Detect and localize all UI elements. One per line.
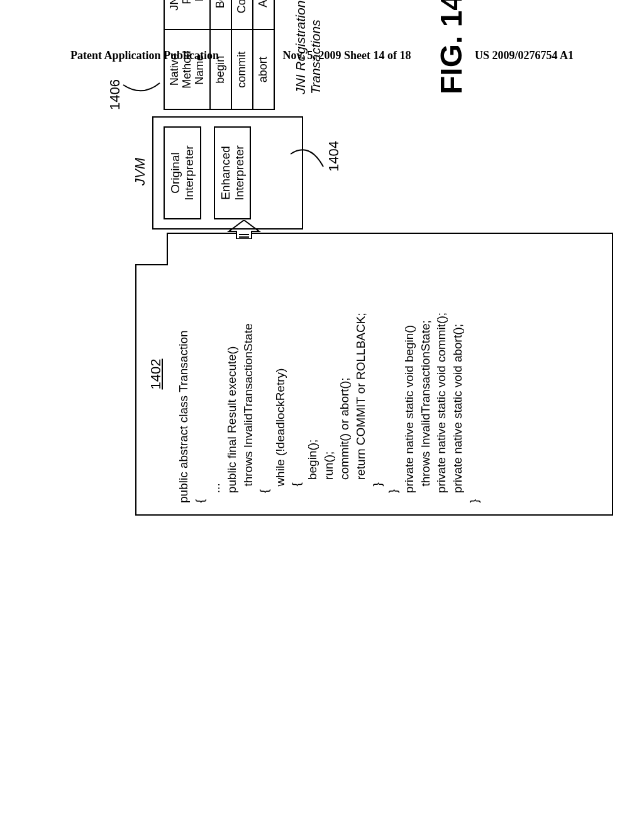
code-line: throws InvalidTransactionState [240, 245, 257, 503]
code-line: ... [208, 245, 224, 503]
jni-table: Native MethodName JNI RuntimFunction Bin… [164, 0, 275, 110]
native-method-name: commit [231, 30, 253, 109]
code-line: { [288, 245, 304, 503]
ref-1406-number: 1406 [107, 79, 123, 110]
code-line: private native static void commit(); [433, 245, 450, 503]
code-line: public abstract class Transaction [175, 245, 192, 503]
page-fold-icon [136, 234, 167, 264]
ref-1404-number: 1404 [326, 141, 342, 172]
table-row: abortAbortTran [253, 0, 274, 109]
code-line: } [385, 245, 401, 503]
jni-binding: CommitTran [231, 0, 253, 30]
code-line: throws InvalidTransactionState; [418, 245, 434, 503]
table-row: beginBeginTran [210, 0, 231, 109]
table-row: commitCommitTran [231, 0, 253, 109]
code-line: return COMMIT or ROLLBACK; [353, 245, 369, 503]
code-line: private native static void abort(); [450, 245, 466, 503]
code-line: { [256, 245, 272, 503]
code-line: run(); [321, 245, 337, 503]
col1-header: Native MethodName [164, 30, 210, 109]
code-line: commit() or abort(); [336, 245, 353, 503]
jni-caption: JNI Registration - Transactions [293, 0, 323, 94]
code-line: private native static void begin() [401, 245, 418, 503]
jvm-label: JVM [132, 116, 148, 230]
leader-1406-line [123, 75, 161, 94]
code-line: } [466, 245, 482, 503]
table-row: Native MethodName JNI RuntimFunction Bin… [164, 0, 210, 109]
code-line: begin(); [304, 245, 321, 503]
native-method-name: abort [253, 30, 274, 109]
code-line: public final Result execute() [224, 245, 240, 503]
ref-1404: 1404 [291, 129, 347, 179]
jvm-group: JVM OriginalInterpreter EnhancedInterpre… [132, 116, 303, 230]
jni-binding: AbortTran [253, 0, 274, 30]
code-listing: public abstract class Transaction{ ... p… [175, 245, 482, 503]
col2-header: JNI RuntimFunction Binding [164, 0, 210, 30]
figure-label: FIG. 14 [434, 0, 469, 94]
code-card: 1402 public abstract class Transaction{ … [135, 233, 613, 516]
code-line: } [369, 245, 386, 503]
native-method-name: begin [210, 30, 231, 109]
code-line: while (!deadlockRetry) [272, 245, 289, 503]
enhanced-interpreter-box: EnhancedInterpreter [214, 126, 252, 219]
figure-canvas: 1402 public abstract class Transaction{ … [82, 0, 644, 578]
code-ref-1402: 1402 [148, 245, 164, 503]
code-line: { [192, 245, 208, 503]
jni-binding: BeginTran [210, 0, 231, 30]
jvm-box: OriginalInterpreter EnhancedInterpreter [152, 116, 303, 230]
original-interpreter-box: OriginalInterpreter [164, 126, 201, 219]
